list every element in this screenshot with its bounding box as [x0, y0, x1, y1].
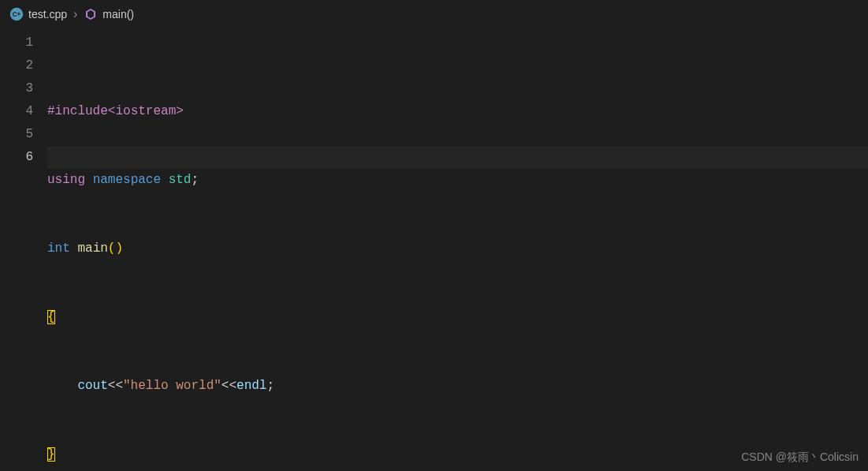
tok-semicolon: ; — [191, 173, 199, 187]
tok-keyword: using — [47, 173, 85, 187]
cpp-file-icon: C+ — [9, 7, 24, 21]
breadcrumb-symbol[interactable]: main() — [102, 8, 134, 21]
line-number: 1 — [0, 32, 33, 54]
code-line[interactable]: using namespace std; — [47, 169, 868, 192]
code-editor[interactable]: 1 2 3 4 5 6 #include<iostream> using nam… — [0, 28, 868, 471]
tok-namespace: std — [169, 173, 192, 187]
tok-directive: #include — [47, 104, 108, 118]
tok-paren: ) — [115, 241, 123, 256]
code-line[interactable]: #include<iostream> — [47, 100, 868, 123]
breadcrumb-file[interactable]: test.cpp — [28, 8, 67, 21]
line-number: 6 — [0, 146, 33, 169]
code-line[interactable]: { — [47, 306, 868, 329]
code-area[interactable]: #include<iostream> using namespace std; … — [47, 28, 868, 471]
tok-type: int — [47, 241, 70, 256]
symbol-method-icon — [84, 7, 98, 21]
tok-angle: < — [108, 104, 116, 118]
svg-text:C+: C+ — [13, 11, 21, 18]
tok-operator: << — [222, 379, 237, 393]
tok-function: main — [77, 241, 107, 256]
chevron-right-icon: › — [72, 7, 79, 21]
tok-header: iostream — [115, 104, 176, 118]
tok-identifier: endl — [237, 379, 266, 393]
tok-identifier: cout — [77, 379, 107, 393]
tok-brace: } — [47, 447, 55, 462]
tok-angle: > — [176, 104, 184, 118]
tok-operator: << — [108, 379, 123, 393]
tok-keyword: namespace — [93, 173, 161, 187]
line-number: 2 — [0, 54, 33, 77]
tok-paren: ( — [108, 241, 116, 256]
tok-semicolon: ; — [266, 379, 274, 393]
tok-indent — [47, 379, 77, 393]
line-number: 3 — [0, 77, 33, 100]
line-number-gutter: 1 2 3 4 5 6 — [0, 28, 47, 471]
line-number: 5 — [0, 123, 33, 146]
active-line-highlight — [47, 146, 868, 169]
code-line[interactable]: cout<<"hello world"<<endl; — [47, 375, 868, 398]
watermark-text: CSDN @筱雨丶Colicsin — [741, 450, 859, 465]
code-line[interactable]: int main() — [47, 237, 868, 260]
tok-string: "hello world" — [123, 379, 222, 393]
line-number: 4 — [0, 100, 33, 123]
breadcrumb[interactable]: C+ test.cpp › main() — [0, 0, 868, 28]
tok-brace: { — [47, 310, 55, 324]
